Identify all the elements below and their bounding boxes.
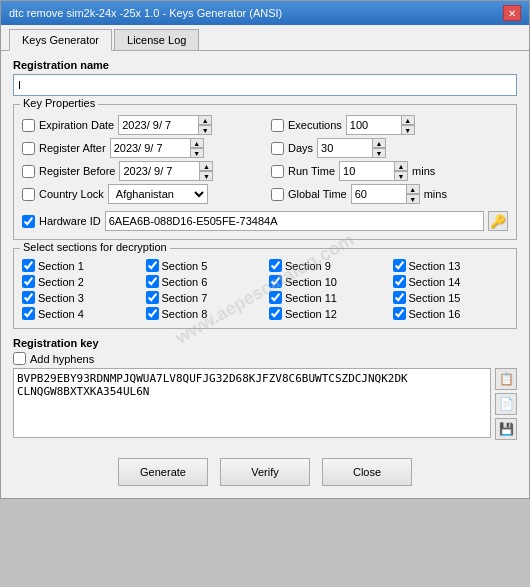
hardware-id-checkbox[interactable] (22, 215, 35, 228)
list-item: Section 12 (269, 307, 385, 320)
section-2-checkbox[interactable] (22, 275, 35, 288)
section-14-label: Section 14 (409, 276, 461, 288)
key-properties-group: Key Properties Expiration Date ▲ ▼ (13, 104, 517, 240)
registration-key-textarea[interactable]: BVPB29EBY93RDNMPJQWUA7LV8QUFJG32D68KJFZV… (13, 368, 491, 438)
country-lock-checkbox[interactable] (22, 188, 35, 201)
registration-name-input[interactable] (13, 74, 517, 96)
register-before-checkbox[interactable] (22, 165, 35, 178)
days-checkbox[interactable] (271, 142, 284, 155)
global-time-checkbox[interactable] (271, 188, 284, 201)
registration-name-section: Registration name (13, 59, 517, 96)
run-time-row: Run Time ▲ ▼ mins (271, 161, 508, 181)
days-input[interactable] (317, 138, 372, 158)
executions-input-group: ▲ ▼ (346, 115, 415, 135)
section-9-checkbox[interactable] (269, 259, 282, 272)
country-lock-select[interactable]: Afghanistan (108, 184, 208, 204)
register-after-down[interactable]: ▼ (190, 148, 204, 158)
section-3-checkbox[interactable] (22, 291, 35, 304)
key-textarea-container: BVPB29EBY93RDNMPJQWUA7LV8QUFJG32D68KJFZV… (13, 368, 517, 440)
list-item: Section 6 (146, 275, 262, 288)
hardware-id-input[interactable] (105, 211, 484, 231)
global-time-down[interactable]: ▼ (406, 194, 420, 204)
section-2-label: Section 2 (38, 276, 84, 288)
list-item: Section 3 (22, 291, 138, 304)
section-7-checkbox[interactable] (146, 291, 159, 304)
register-before-input-group: ▲ ▼ (119, 161, 213, 181)
executions-down[interactable]: ▼ (401, 125, 415, 135)
close-button[interactable]: Close (322, 458, 412, 486)
add-hyphens-row: Add hyphens (13, 352, 517, 365)
days-input-group: ▲ ▼ (317, 138, 386, 158)
section-14-checkbox[interactable] (393, 275, 406, 288)
global-time-input[interactable] (351, 184, 406, 204)
title-bar: dtc remove sim2k-24x -25x 1.0 - Keys Gen… (1, 1, 529, 25)
expiration-date-down[interactable]: ▼ (198, 125, 212, 135)
hardware-id-icon-btn[interactable]: 🔑 (488, 211, 508, 231)
list-item: Section 9 (269, 259, 385, 272)
list-item: Section 16 (393, 307, 509, 320)
executions-checkbox[interactable] (271, 119, 284, 132)
verify-button[interactable]: Verify (220, 458, 310, 486)
register-before-input[interactable] (119, 161, 199, 181)
global-time-spinner: ▲ ▼ (406, 184, 420, 204)
list-item: Section 8 (146, 307, 262, 320)
register-after-input[interactable] (110, 138, 190, 158)
key-copy-btn[interactable]: 📋 (495, 368, 517, 390)
list-item: Section 7 (146, 291, 262, 304)
register-before-spinner: ▲ ▼ (199, 161, 213, 181)
days-down[interactable]: ▼ (372, 148, 386, 158)
section-15-checkbox[interactable] (393, 291, 406, 304)
key-paste-btn[interactable]: 📄 (495, 393, 517, 415)
register-before-label: Register Before (39, 165, 115, 177)
section-4-checkbox[interactable] (22, 307, 35, 320)
run-time-down[interactable]: ▼ (394, 171, 408, 181)
run-time-suffix: mins (412, 165, 435, 177)
section-8-label: Section 8 (162, 308, 208, 320)
register-before-up[interactable]: ▲ (199, 161, 213, 171)
section-5-checkbox[interactable] (146, 259, 159, 272)
generate-button[interactable]: Generate (118, 458, 208, 486)
run-time-input[interactable] (339, 161, 394, 181)
section-1-checkbox[interactable] (22, 259, 35, 272)
executions-spinner: ▲ ▼ (401, 115, 415, 135)
list-item: Section 5 (146, 259, 262, 272)
hardware-id-label: Hardware ID (39, 215, 101, 227)
section-16-checkbox[interactable] (393, 307, 406, 320)
run-time-up[interactable]: ▲ (394, 161, 408, 171)
days-up[interactable]: ▲ (372, 138, 386, 148)
expiration-date-input[interactable] (118, 115, 198, 135)
register-after-checkbox[interactable] (22, 142, 35, 155)
close-window-button[interactable]: ✕ (503, 5, 521, 21)
section-8-checkbox[interactable] (146, 307, 159, 320)
executions-input[interactable] (346, 115, 401, 135)
section-15-label: Section 15 (409, 292, 461, 304)
section-10-checkbox[interactable] (269, 275, 282, 288)
section-11-checkbox[interactable] (269, 291, 282, 304)
add-hyphens-checkbox[interactable] (13, 352, 26, 365)
section-6-checkbox[interactable] (146, 275, 159, 288)
section-13-checkbox[interactable] (393, 259, 406, 272)
days-label: Days (288, 142, 313, 154)
executions-up[interactable]: ▲ (401, 115, 415, 125)
expiration-date-up[interactable]: ▲ (198, 115, 212, 125)
register-after-up[interactable]: ▲ (190, 138, 204, 148)
country-lock-label: Country Lock (39, 188, 104, 200)
tab-keys-generator[interactable]: Keys Generator (9, 29, 112, 51)
key-save-btn[interactable]: 💾 (495, 418, 517, 440)
expiration-date-checkbox[interactable] (22, 119, 35, 132)
section-3-label: Section 3 (38, 292, 84, 304)
expiration-date-spinner: ▲ ▼ (198, 115, 212, 135)
tab-license-log[interactable]: License Log (114, 29, 199, 50)
list-item: Section 13 (393, 259, 509, 272)
list-item: Section 14 (393, 275, 509, 288)
list-item: Section 15 (393, 291, 509, 304)
global-time-row: Global Time ▲ ▼ mins (271, 184, 508, 204)
run-time-checkbox[interactable] (271, 165, 284, 178)
global-time-up[interactable]: ▲ (406, 184, 420, 194)
register-after-label: Register After (39, 142, 106, 154)
register-before-down[interactable]: ▼ (199, 171, 213, 181)
section-12-checkbox[interactable] (269, 307, 282, 320)
list-item: Section 4 (22, 307, 138, 320)
list-item: Section 2 (22, 275, 138, 288)
global-time-suffix: mins (424, 188, 447, 200)
